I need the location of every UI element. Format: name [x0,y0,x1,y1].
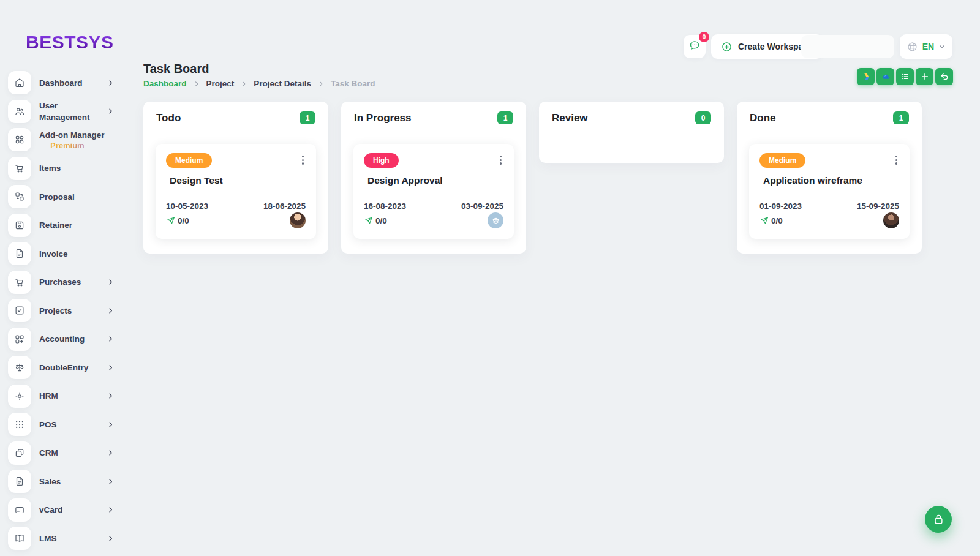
globe-icon [907,41,918,53]
sidebar-item-user-management[interactable]: User Management [8,100,124,123]
plus-icon [920,72,930,81]
users-icon [8,100,31,123]
sidebar-item-dashboard[interactable]: Dashboard [8,71,124,94]
breadcrumb-item[interactable]: Dashboard [143,79,187,88]
task-card[interactable]: Medium Design Test 10-05-2023 18-06-2025… [156,144,316,239]
sidebar-item-add-on-manager[interactable]: Add-on Manager Premium [8,128,124,151]
sidebar: BESTSYS Dashboard User Management Add-on… [0,0,130,556]
sidebar-item-sales[interactable]: Sales [8,470,124,493]
task-end-date: 15-09-2025 [857,201,899,211]
sidebar-item-doubleentry[interactable]: DoubleEntry [8,356,124,379]
card-menu-kebab-icon[interactable] [300,153,306,167]
sidebar-item-hrm[interactable]: HRM [8,385,124,408]
shop-fab-button[interactable] [925,506,952,533]
breadcrumb-item[interactable]: Project Details [254,79,311,88]
task-title: Design Test [170,175,306,186]
list-view-button[interactable] [896,68,914,85]
projects-check-icon [8,299,31,322]
task-end-date: 03-09-2025 [461,201,503,211]
board-column-in-progress: In Progress 1 High Design Approval 16-08… [341,102,526,254]
task-title: Design Approval [368,175,503,186]
invoice-file-icon [8,242,31,265]
sidebar-item-label: User Management [39,101,90,122]
breadcrumb-item[interactable]: Project [206,79,235,88]
column-body: Medium Application wireframe 01-09-2023 … [737,133,922,254]
priority-badge: High [364,153,399,168]
chevron-right-icon [107,336,114,342]
chat-button[interactable]: 0 [684,35,706,58]
task-start-date: 01-09-2023 [760,201,802,211]
sidebar-item-accounting[interactable]: Accounting [8,328,124,351]
sidebar-item-retainer[interactable]: Retainer [8,214,124,237]
sidebar-item-projects[interactable]: Projects [8,299,124,322]
column-body: High Design Approval 16-08-2023 03-09-20… [341,133,526,254]
task-message-count: 0/0 [178,216,189,225]
retainer-save-icon [8,214,31,237]
assignee-avatar [883,212,899,228]
undo-button[interactable] [935,68,953,85]
task-card[interactable]: Medium Application wireframe 01-09-2023 … [749,144,910,239]
sidebar-item-proposal[interactable]: Proposal [8,185,124,208]
google-drive-icon [861,72,871,81]
hrm-target-icon [8,385,31,408]
sidebar-item-label: Purchases [39,277,81,287]
onedrive-icon [881,72,891,81]
task-start-date: 16-08-2023 [364,201,406,211]
column-count-badge: 1 [497,111,513,124]
pos-dots-icon [8,413,31,436]
sidebar-item-items[interactable]: Items [8,157,124,180]
card-menu-kebab-icon[interactable] [498,153,503,167]
sidebar-item-lms[interactable]: LMS [8,527,124,550]
plus-circle-icon [721,41,733,53]
add-task-button[interactable] [916,68,933,85]
sidebar-item-vcard[interactable]: vCard [8,498,124,522]
column-count-badge: 1 [300,111,315,124]
breadcrumb-separator-icon [194,81,200,87]
task-message-count: 0/0 [771,216,783,225]
task-message-count: 0/0 [375,216,387,225]
sidebar-item-label: vCard [39,505,62,514]
task-end-date: 18-06-2025 [263,201,306,211]
chevron-right-icon [107,364,114,371]
sidebar-item-label: DoubleEntry [39,363,88,372]
chevron-right-icon [107,393,114,399]
addons-grid-icon [8,128,31,151]
items-cart-icon [8,157,31,180]
sidebar-item-label: Retainer [39,220,72,230]
sidebar-item-label: POS [39,420,57,429]
card-menu-kebab-icon[interactable] [894,153,899,167]
undo-icon [940,72,949,81]
assignee-avatar [488,212,503,228]
task-card[interactable]: High Design Approval 16-08-2023 03-09-20… [353,144,514,239]
sidebar-item-crm[interactable]: CRM [8,441,124,465]
double-entry-scale-icon [8,356,31,379]
sidebar-item-pos[interactable]: POS [8,413,124,436]
sidebar-item-label: Dashboard [39,78,83,88]
send-icon [166,216,176,225]
board-column-review: Review 0 [539,102,724,163]
sidebar-item-label: CRM [39,448,58,457]
sidebar-item-invoice[interactable]: Invoice [8,242,124,265]
breadcrumb-item: Task Board [331,79,375,88]
language-selector[interactable]: EN [900,34,952,59]
chevron-right-icon [107,279,114,285]
onedrive-button[interactable] [876,68,894,85]
column-body [539,133,724,163]
sidebar-item-label: Accounting [39,334,85,344]
task-title: Application wireframe [763,175,899,186]
board-column-done: Done 1 Medium Application wireframe 01-0… [737,102,922,254]
column-title: In Progress [354,112,412,124]
brand-logo: BESTSYS [26,32,130,53]
breadcrumb: DashboardProjectProject DetailsTask Boar… [143,79,375,88]
sidebar-item-label: HRM [39,391,58,400]
chevron-right-icon [107,108,114,115]
sidebar-item-sublabel: Premium [50,141,105,150]
task-start-date: 10-05-2023 [166,201,208,211]
purchases-cart-icon [8,271,31,294]
sales-file-icon [8,470,31,493]
column-title: Done [750,112,776,124]
proposal-swap-icon [8,185,31,208]
sidebar-item-purchases[interactable]: Purchases [8,271,124,294]
accounting-grid-icon [8,328,31,351]
google-drive-button[interactable] [857,68,875,85]
